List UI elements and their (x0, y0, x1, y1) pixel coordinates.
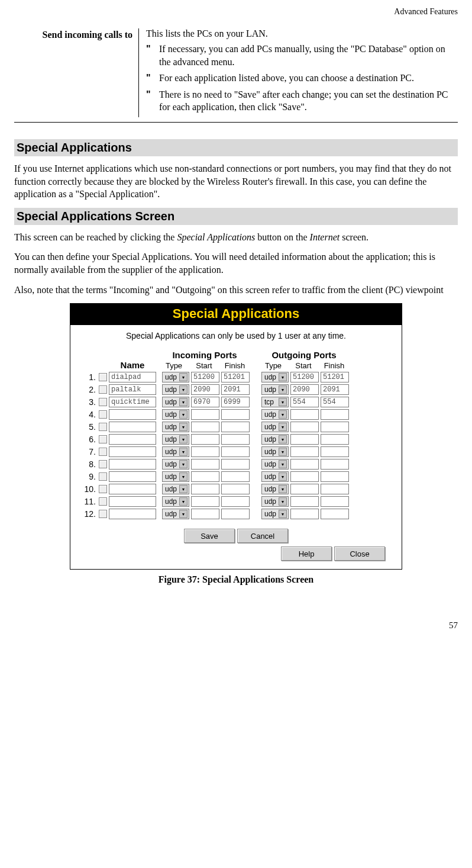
cancel-button[interactable]: Cancel (237, 529, 288, 543)
outgoing-finish-input[interactable] (321, 372, 349, 382)
enable-checkbox[interactable] (99, 435, 107, 443)
incoming-start-input[interactable] (191, 397, 219, 407)
incoming-finish-input[interactable] (221, 409, 250, 420)
name-input[interactable] (109, 459, 156, 470)
outgoing-type-select[interactable]: udp▼ (261, 446, 289, 457)
enable-checkbox[interactable] (99, 398, 107, 406)
outgoing-start-input[interactable] (290, 384, 319, 395)
outgoing-type-select[interactable]: udp▼ (261, 471, 289, 482)
outgoing-finish-input[interactable] (321, 384, 349, 395)
outgoing-finish-input[interactable] (321, 509, 349, 519)
incoming-type-select[interactable]: udp▼ (162, 471, 189, 482)
outgoing-type-select[interactable]: tcp▼ (261, 397, 289, 407)
outgoing-start-input[interactable] (290, 509, 319, 519)
outgoing-finish-input[interactable] (321, 409, 349, 420)
outgoing-start-input[interactable] (290, 409, 319, 420)
incoming-type-select[interactable]: udp▼ (162, 422, 189, 432)
incoming-finish-input[interactable] (221, 372, 250, 382)
outgoing-type-select[interactable]: udp▼ (261, 509, 289, 519)
name-input[interactable] (109, 496, 156, 507)
incoming-finish-input[interactable] (221, 471, 250, 482)
enable-checkbox[interactable] (99, 497, 107, 506)
name-input[interactable] (109, 409, 156, 420)
outgoing-finish-input[interactable] (321, 484, 349, 494)
outgoing-finish-input[interactable] (321, 446, 349, 457)
outgoing-type-select[interactable]: udp▼ (261, 496, 289, 507)
incoming-finish-input[interactable] (221, 446, 250, 457)
outgoing-start-input[interactable] (290, 496, 319, 507)
outgoing-finish-input[interactable] (321, 496, 349, 507)
incoming-type-select[interactable]: udp▼ (162, 484, 189, 494)
outgoing-finish-input[interactable] (321, 422, 349, 432)
incoming-start-input[interactable] (191, 484, 219, 494)
incoming-finish-input[interactable] (221, 434, 250, 445)
incoming-finish-input[interactable] (221, 484, 250, 494)
name-input[interactable] (109, 434, 156, 445)
incoming-start-input[interactable] (191, 509, 219, 519)
incoming-type-select[interactable]: udp▼ (162, 397, 189, 407)
outgoing-type-select[interactable]: udp▼ (261, 484, 289, 494)
save-button[interactable]: Save (184, 529, 235, 543)
enable-checkbox[interactable] (99, 373, 107, 381)
incoming-type-select[interactable]: udp▼ (162, 459, 189, 470)
enable-checkbox[interactable] (99, 423, 107, 431)
outgoing-start-input[interactable] (290, 471, 319, 482)
incoming-type-select[interactable]: udp▼ (162, 446, 189, 457)
outgoing-start-input[interactable] (290, 372, 319, 382)
outgoing-finish-input[interactable] (321, 459, 349, 470)
incoming-finish-input[interactable] (221, 422, 250, 432)
incoming-type-select[interactable]: udp▼ (162, 509, 189, 519)
enable-checkbox[interactable] (99, 485, 107, 493)
name-input[interactable] (109, 384, 156, 395)
outgoing-start-input[interactable] (290, 484, 319, 494)
outgoing-type-select[interactable]: udp▼ (261, 422, 289, 432)
enable-checkbox[interactable] (99, 510, 107, 518)
outgoing-start-input[interactable] (290, 397, 319, 407)
incoming-start-input[interactable] (191, 372, 219, 382)
incoming-finish-input[interactable] (221, 397, 250, 407)
help-button[interactable]: Help (281, 546, 332, 561)
incoming-start-input[interactable] (191, 446, 219, 457)
outgoing-start-input[interactable] (290, 446, 319, 457)
name-input[interactable] (109, 484, 156, 494)
incoming-start-input[interactable] (191, 471, 219, 482)
name-input[interactable] (109, 372, 156, 382)
incoming-type-select[interactable]: udp▼ (162, 434, 189, 445)
incoming-finish-input[interactable] (221, 384, 250, 395)
enable-checkbox[interactable] (99, 410, 107, 419)
enable-checkbox[interactable] (99, 385, 107, 394)
enable-checkbox[interactable] (99, 472, 107, 481)
outgoing-start-input[interactable] (290, 422, 319, 432)
incoming-type-select[interactable]: udp▼ (162, 409, 189, 420)
name-input[interactable] (109, 397, 156, 407)
outgoing-type-select[interactable]: udp▼ (261, 384, 289, 395)
enable-checkbox[interactable] (99, 460, 107, 468)
close-button[interactable]: Close (334, 546, 385, 561)
outgoing-type-select[interactable]: udp▼ (261, 459, 289, 470)
outgoing-type-select[interactable]: udp▼ (261, 409, 289, 420)
outgoing-type-select[interactable]: udp▼ (261, 434, 289, 445)
incoming-start-input[interactable] (191, 434, 219, 445)
incoming-finish-input[interactable] (221, 459, 250, 470)
incoming-finish-input[interactable] (221, 509, 250, 519)
incoming-start-input[interactable] (191, 459, 219, 470)
incoming-start-input[interactable] (191, 384, 219, 395)
incoming-start-input[interactable] (191, 409, 219, 420)
outgoing-finish-input[interactable] (321, 471, 349, 482)
outgoing-start-input[interactable] (290, 434, 319, 445)
name-input[interactable] (109, 422, 156, 432)
outgoing-finish-input[interactable] (321, 434, 349, 445)
incoming-finish-input[interactable] (221, 496, 250, 507)
outgoing-type-select[interactable]: udp▼ (261, 372, 289, 382)
enable-checkbox[interactable] (99, 448, 107, 456)
incoming-start-input[interactable] (191, 496, 219, 507)
incoming-type-select[interactable]: udp▼ (162, 384, 189, 395)
name-input[interactable] (109, 471, 156, 482)
name-input[interactable] (109, 446, 156, 457)
incoming-type-select[interactable]: udp▼ (162, 372, 189, 382)
outgoing-finish-input[interactable] (321, 397, 349, 407)
name-input[interactable] (109, 509, 156, 519)
incoming-type-select[interactable]: udp▼ (162, 496, 189, 507)
outgoing-start-input[interactable] (290, 459, 319, 470)
incoming-start-input[interactable] (191, 422, 219, 432)
